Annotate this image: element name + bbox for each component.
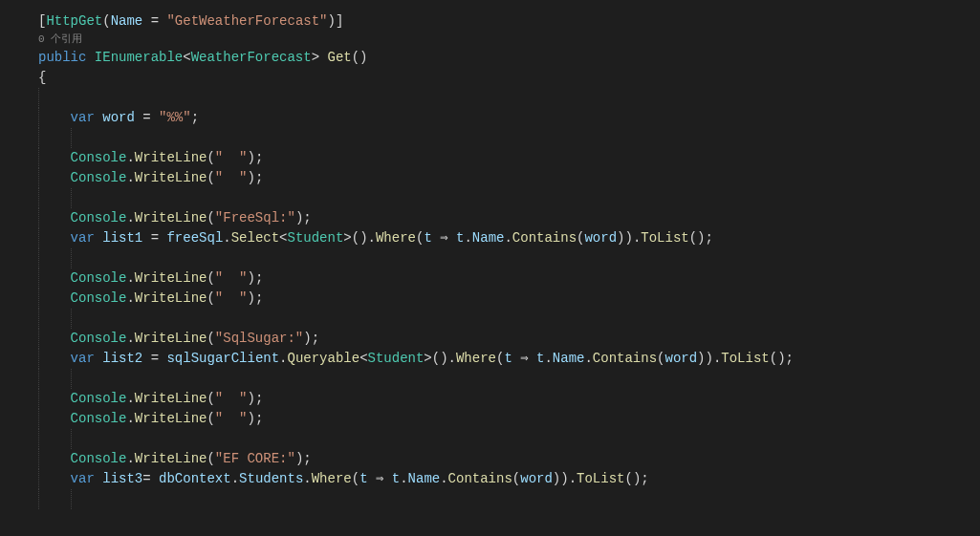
type-weatherforecast: WeatherForecast [191, 50, 312, 65]
method-tolist: ToList [721, 351, 769, 366]
property-name: Name [553, 351, 585, 366]
variable-freesql: freeSql [166, 230, 223, 246]
code-line-attribute[interactable]: [HttpGet(Name = "GetWeatherForecast")] [38, 11, 980, 32]
method-select: Select [231, 230, 279, 246]
method-where: Where [312, 471, 352, 486]
code-line-blank[interactable] [38, 188, 980, 208]
method-where: Where [456, 351, 496, 366]
string-literal: " " [215, 270, 248, 286]
method-writeline: WriteLine [135, 270, 207, 286]
string-literal: " " [215, 411, 248, 426]
lambda-param: t [424, 230, 431, 246]
code-line-console-writeline[interactable]: Console.WriteLine("FreeSql:"); [38, 208, 980, 228]
method-contains: Contains [593, 351, 657, 366]
code-line-list2[interactable]: var list2 = sqlSugarClient.Queryable<Stu… [38, 349, 980, 369]
keyword-public: public [38, 50, 86, 65]
brace-open: { [38, 70, 46, 85]
type-console: Console [71, 210, 127, 225]
parens: () [352, 50, 368, 65]
code-line-blank[interactable] [38, 429, 980, 449]
code-line-blank[interactable] [38, 128, 980, 148]
code-line-console-writeline[interactable]: Console.WriteLine(" "); [38, 148, 980, 168]
paren: ) [327, 13, 335, 29]
code-line-blank[interactable] [38, 248, 980, 268]
codelens-references[interactable]: 0 个引用 [38, 32, 980, 48]
type-console: Console [71, 391, 127, 406]
method-writeline: WriteLine [135, 331, 207, 346]
code-line-console-writeline[interactable]: Console.WriteLine(" "); [38, 409, 980, 429]
code-line-console-writeline[interactable]: Console.WriteLine("SqlSugar:"); [38, 329, 980, 349]
code-line-list3[interactable]: var list3= dbContext.Students.Where(t ⇒ … [38, 469, 980, 489]
type-console: Console [71, 331, 127, 346]
method-writeline: WriteLine [135, 411, 207, 426]
method-writeline: WriteLine [135, 150, 207, 165]
method-writeline: WriteLine [135, 290, 207, 306]
method-queryable: Queryable [288, 351, 360, 366]
code-line-console-writeline[interactable]: Console.WriteLine("EF CORE:"); [38, 449, 980, 469]
property-name: Name [472, 230, 505, 246]
code-line-blank[interactable] [38, 309, 980, 329]
generic-close: > [312, 50, 319, 65]
variable-list1: list1 [102, 230, 142, 246]
type-ienumerable: IEnumerable [95, 50, 183, 65]
variable-list3: list3 [102, 471, 142, 486]
type-console: Console [71, 411, 127, 426]
variable-list2: list2 [102, 351, 142, 366]
string-literal: "EF CORE:" [215, 451, 295, 466]
code-line-console-writeline[interactable]: Console.WriteLine(" "); [38, 389, 980, 409]
code-editor[interactable]: [HttpGet(Name = "GetWeatherForecast")] 0… [38, 11, 980, 509]
variable-dbcontext: dbContext [159, 471, 231, 486]
keyword-var: var [71, 351, 95, 366]
property-students: Students [239, 471, 303, 486]
code-line-console-writeline[interactable]: Console.WriteLine(" "); [38, 289, 980, 309]
string-literal: " " [215, 290, 248, 306]
code-line-word-var[interactable]: var word = "%%"; [38, 108, 980, 128]
method-contains: Contains [448, 471, 512, 486]
string-literal: "SqlSugar:" [215, 331, 303, 346]
paren: ( [102, 13, 110, 29]
method-where: Where [376, 230, 416, 246]
variable-sqlsugar: sqlSugarClient [166, 351, 279, 366]
type-student: Student [368, 351, 425, 366]
type-console: Console [71, 170, 127, 185]
string-literal: " " [215, 170, 248, 185]
lambda-param: t [504, 351, 512, 366]
keyword-var: var [71, 110, 95, 125]
string-literal: "FreeSql:" [215, 210, 295, 225]
type-console: Console [71, 290, 127, 306]
method-writeline: WriteLine [135, 451, 207, 466]
code-line-blank[interactable] [38, 88, 980, 108]
keyword-var: var [71, 471, 95, 486]
code-line-blank[interactable] [38, 369, 980, 389]
method-contains: Contains [512, 230, 577, 246]
type-console: Console [71, 451, 127, 466]
property-name: Name [408, 471, 441, 486]
bracket: ] [336, 13, 343, 29]
method-writeline: WriteLine [135, 170, 207, 185]
string-literal: " " [215, 391, 248, 406]
type-student: Student [288, 230, 344, 246]
code-line-list1[interactable]: var list1 = freeSql.Select<Student>().Wh… [38, 228, 980, 248]
type-console: Console [71, 270, 127, 286]
method-get: Get [328, 50, 352, 65]
code-line-method-signature[interactable]: public IEnumerable<WeatherForecast> Get(… [38, 48, 980, 68]
type-console: Console [71, 150, 127, 165]
lambda-param: t [359, 471, 367, 486]
string-literal: "%%" [159, 110, 191, 125]
operator: = [142, 13, 166, 29]
code-line-console-writeline[interactable]: Console.WriteLine(" "); [38, 168, 980, 188]
variable-word: word [102, 110, 135, 125]
string-literal: "GetWeatherForecast" [166, 13, 327, 29]
code-line-blank[interactable] [38, 489, 980, 509]
attribute-type: HttpGet [46, 13, 102, 29]
method-writeline: WriteLine [135, 391, 207, 406]
method-writeline: WriteLine [135, 210, 207, 225]
code-line-console-writeline[interactable]: Console.WriteLine(" "); [38, 268, 980, 289]
code-line-brace[interactable]: { [38, 68, 980, 88]
string-literal: " " [215, 150, 248, 165]
keyword-var: var [71, 230, 95, 246]
generic-open: < [183, 50, 190, 65]
param-name: Name [111, 13, 143, 29]
method-tolist: ToList [641, 230, 688, 246]
method-tolist: ToList [577, 471, 624, 486]
